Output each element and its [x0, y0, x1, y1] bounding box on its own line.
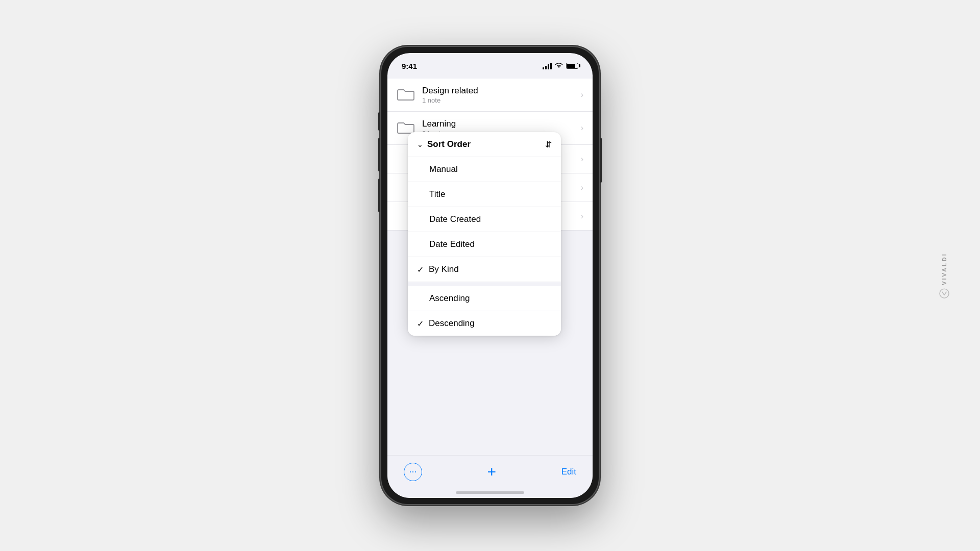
chevron-right-icon: ›: [581, 123, 583, 133]
status-icons: [543, 62, 578, 70]
folder-name-learning: Learning: [422, 119, 577, 129]
sort-label-title: Title: [429, 189, 446, 199]
sort-item-date-edited[interactable]: Date Edited: [408, 232, 561, 257]
chevron-right-icon: ›: [581, 212, 583, 221]
sort-label-date-edited: Date Edited: [429, 239, 475, 249]
edit-button[interactable]: Edit: [561, 467, 576, 477]
vivaldi-text: VIVALDI: [941, 253, 947, 285]
sort-item-title[interactable]: Title: [408, 182, 561, 207]
sort-item-descending[interactable]: ✓ Descending: [408, 311, 561, 336]
vivaldi-branding: VIVALDI: [939, 253, 949, 298]
side-button-power: [600, 138, 602, 183]
chevron-right-icon: ›: [581, 183, 583, 192]
sort-order-title: Sort Order: [427, 139, 471, 149]
folder-icon: [397, 88, 415, 102]
add-button[interactable]: +: [487, 464, 497, 480]
sort-label-by-kind: By Kind: [429, 264, 459, 274]
folder-item-design[interactable]: Design related 1 note ›: [387, 79, 593, 112]
more-dots-icon: ···: [409, 466, 416, 477]
sort-section-divider: [408, 282, 561, 286]
svg-point-0: [940, 289, 949, 298]
sort-label-ascending: Ascending: [429, 293, 470, 304]
side-button-mute: [378, 112, 380, 131]
vivaldi-logo-icon: [939, 288, 949, 298]
chevron-right-icon: ›: [581, 90, 583, 99]
sort-label-manual: Manual: [429, 164, 458, 174]
sort-arrows-icon[interactable]: ⇵: [545, 140, 552, 149]
chevron-down-icon: ⌄: [417, 140, 423, 148]
battery-icon: [566, 63, 578, 69]
status-time: 9:41: [402, 62, 417, 70]
sort-item-date-created[interactable]: Date Created: [408, 207, 561, 232]
side-button-volume-down: [378, 179, 380, 212]
chevron-right-icon: ›: [581, 155, 583, 164]
sort-label-descending: Descending: [429, 318, 475, 329]
sort-item-manual[interactable]: Manual: [408, 157, 561, 182]
checkmark-icon: ✓: [417, 265, 424, 274]
signal-icon: [543, 63, 552, 69]
phone-container: 9:41: [380, 46, 600, 505]
sort-header-left: ⌄ Sort Order: [417, 139, 471, 149]
sort-order-dropdown: ⌄ Sort Order ⇵ Manual Title Date Created: [408, 132, 561, 336]
sort-label-date-created: Date Created: [429, 214, 481, 224]
wifi-icon: [555, 62, 563, 70]
more-button[interactable]: ···: [404, 463, 422, 481]
home-indicator: [456, 491, 524, 494]
folder-count-design: 1 note: [422, 96, 577, 104]
folder-name-design: Design related: [422, 86, 577, 96]
phone-screen: 9:41: [387, 53, 593, 498]
sort-item-ascending[interactable]: Ascending: [408, 286, 561, 311]
status-bar: 9:41: [387, 53, 593, 79]
folder-info-design: Design related 1 note: [422, 86, 577, 104]
sort-order-header: ⌄ Sort Order ⇵: [408, 132, 561, 157]
checkmark-icon: ✓: [417, 319, 424, 329]
side-button-volume-up: [378, 138, 380, 171]
sort-item-by-kind[interactable]: ✓ By Kind: [408, 257, 561, 282]
